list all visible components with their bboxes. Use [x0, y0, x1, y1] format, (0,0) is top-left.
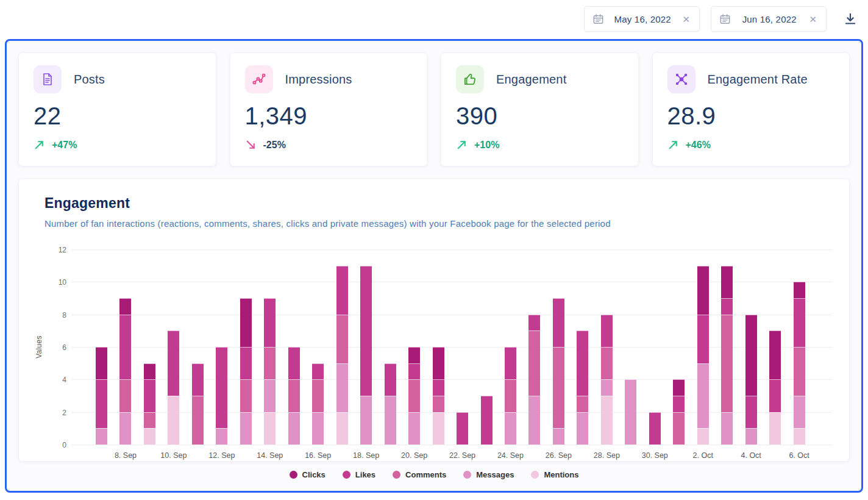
bar-segment-likes[interactable]: [673, 396, 685, 412]
bar-group-28-sep[interactable]: 28. Sep: [601, 315, 613, 445]
bar-group-7-sep[interactable]: [96, 347, 107, 445]
bar-segment-mentions[interactable]: [769, 412, 781, 445]
bar-segment-messages[interactable]: [601, 379, 613, 396]
bar-segment-likes[interactable]: [144, 379, 155, 412]
bar-segment-mentions[interactable]: [144, 428, 155, 445]
bar-segment-messages[interactable]: [96, 428, 107, 445]
bar-group-10-sep[interactable]: 10. Sep: [168, 330, 179, 445]
bar-segment-likes[interactable]: [192, 363, 204, 396]
bar-segment-messages[interactable]: [288, 412, 300, 445]
bar-group-8-sep[interactable]: 8. Sep: [119, 298, 131, 445]
bar-segment-messages[interactable]: [264, 379, 276, 412]
bar-segment-likes[interactable]: [601, 315, 613, 347]
bar-segment-likes[interactable]: [433, 379, 444, 396]
bar-segment-likes[interactable]: [360, 266, 372, 396]
bar-segment-likes[interactable]: [505, 347, 516, 379]
bar-segment-likes[interactable]: [385, 363, 396, 396]
bar-segment-messages[interactable]: [119, 412, 131, 445]
bar-group-9-sep[interactable]: [144, 363, 155, 445]
bar-group-18-sep[interactable]: 18. Sep: [360, 266, 372, 445]
bar-segment-mentions[interactable]: [336, 412, 348, 445]
download-button[interactable]: [841, 10, 859, 28]
bar-segment-clicks[interactable]: [673, 379, 685, 396]
bar-segment-comments[interactable]: [144, 412, 155, 429]
bar-segment-likes[interactable]: [528, 315, 540, 331]
bar-segment-messages[interactable]: [794, 396, 805, 428]
bar-segment-likes[interactable]: [649, 412, 661, 445]
bar-segment-comments[interactable]: [528, 330, 540, 396]
bar-segment-comments[interactable]: [505, 379, 516, 412]
bar-segment-mentions[interactable]: [264, 412, 276, 445]
bar-segment-likes[interactable]: [794, 298, 805, 347]
bar-group-11-sep[interactable]: [192, 363, 204, 445]
bar-segment-comments[interactable]: [433, 396, 444, 412]
bar-group-17-sep[interactable]: [336, 266, 348, 445]
bar-segment-comments[interactable]: [312, 379, 324, 412]
bar-segment-clicks[interactable]: [240, 298, 252, 347]
bar-segment-comments[interactable]: [794, 347, 805, 396]
bar-group-24-sep[interactable]: 24. Sep: [505, 347, 516, 445]
bar-segment-comments[interactable]: [192, 396, 204, 445]
bar-segment-comments[interactable]: [577, 396, 588, 412]
bar-segment-likes[interactable]: [481, 396, 493, 445]
bar-group-25-sep[interactable]: [528, 315, 540, 445]
bar-group-27-sep[interactable]: [577, 330, 588, 445]
bar-segment-comments[interactable]: [673, 412, 685, 445]
bar-segment-messages[interactable]: [721, 412, 733, 445]
bar-segment-messages[interactable]: [312, 412, 324, 445]
bar-group-12-sep[interactable]: 12. Sep: [216, 347, 227, 445]
bar-segment-messages[interactable]: [505, 412, 516, 445]
bar-group-26-sep[interactable]: 26. Sep: [553, 298, 564, 445]
bar-segment-likes[interactable]: [264, 298, 276, 347]
bar-group-2-oct[interactable]: 2. Oct: [697, 266, 709, 445]
bar-segment-messages[interactable]: [385, 396, 396, 445]
bar-segment-mentions[interactable]: [168, 396, 179, 445]
bar-segment-messages[interactable]: [360, 396, 372, 445]
bar-segment-likes[interactable]: [721, 298, 733, 315]
bar-group-14-sep[interactable]: 14. Sep: [264, 298, 276, 445]
bar-segment-clicks[interactable]: [96, 347, 107, 379]
bar-segment-clicks[interactable]: [408, 347, 420, 363]
bar-group-20-sep[interactable]: 20. Sep: [408, 347, 420, 445]
date-range-end[interactable]: Jun 16, 2022 ✕: [711, 6, 827, 32]
bar-segment-likes[interactable]: [119, 315, 131, 380]
bar-group-6-oct[interactable]: 6. Oct: [794, 282, 805, 445]
legend-item-likes[interactable]: Likes: [343, 470, 375, 479]
bar-segment-messages[interactable]: [240, 412, 252, 445]
bar-segment-messages[interactable]: [625, 379, 636, 445]
bar-segment-clicks[interactable]: [119, 298, 131, 315]
bar-segment-messages[interactable]: [216, 428, 227, 445]
bar-group-15-sep[interactable]: [288, 347, 300, 445]
bar-segment-comments[interactable]: [721, 315, 733, 412]
bar-segment-comments[interactable]: [264, 347, 276, 379]
bar-segment-mentions[interactable]: [601, 396, 613, 445]
bar-group-1-oct[interactable]: [673, 379, 685, 445]
bar-segment-messages[interactable]: [745, 428, 757, 445]
bar-group-5-oct[interactable]: [769, 330, 781, 445]
bar-segment-likes[interactable]: [577, 330, 588, 396]
bar-segment-likes[interactable]: [769, 379, 781, 412]
bar-segment-clicks[interactable]: [745, 315, 757, 396]
bar-segment-likes[interactable]: [553, 298, 564, 347]
clear-start-date-icon[interactable]: ✕: [681, 13, 691, 25]
bar-group-4-oct[interactable]: 4. Oct: [745, 315, 757, 445]
bar-group-30-sep[interactable]: 30. Sep: [649, 412, 661, 445]
bar-segment-likes[interactable]: [216, 347, 227, 428]
bar-segment-mentions[interactable]: [697, 428, 709, 445]
bar-segment-clicks[interactable]: [433, 347, 444, 379]
bar-group-16-sep[interactable]: 16. Sep: [312, 363, 324, 445]
bar-segment-mentions[interactable]: [433, 412, 444, 445]
bar-segment-comments[interactable]: [601, 347, 613, 379]
date-range-start[interactable]: May 16, 2022 ✕: [584, 6, 700, 32]
bar-segment-messages[interactable]: [577, 412, 588, 445]
bar-segment-likes[interactable]: [240, 347, 252, 379]
legend-item-clicks[interactable]: Clicks: [290, 470, 326, 479]
bar-segment-mentions[interactable]: [794, 428, 805, 445]
bar-segment-comments[interactable]: [336, 315, 348, 363]
bar-segment-comments[interactable]: [408, 379, 420, 412]
bar-segment-likes[interactable]: [96, 379, 107, 428]
bar-segment-comments[interactable]: [240, 379, 252, 412]
bar-group-21-sep[interactable]: [433, 347, 444, 445]
bar-segment-messages[interactable]: [408, 412, 420, 445]
bar-segment-clicks[interactable]: [794, 282, 805, 298]
